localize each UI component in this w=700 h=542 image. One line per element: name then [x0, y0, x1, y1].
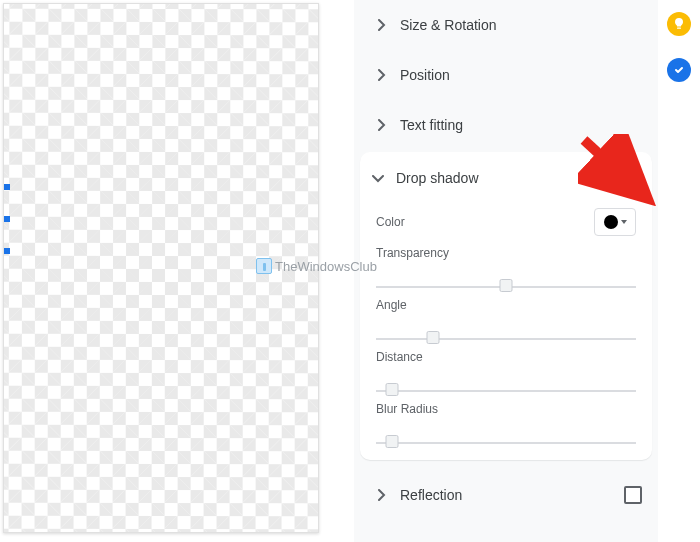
chevron-down-icon — [372, 171, 384, 186]
slider-thumb[interactable] — [500, 279, 513, 292]
slider-thumb[interactable] — [427, 331, 440, 344]
section-label: Text fitting — [400, 117, 463, 133]
color-swatch — [604, 215, 618, 229]
blur-slider[interactable] — [376, 442, 636, 444]
section-label: Drop shadow — [396, 170, 616, 186]
distance-label: Distance — [376, 350, 636, 364]
transparency-grid — [3, 3, 319, 533]
angle-label: Angle — [376, 298, 636, 312]
format-panel: Size & Rotation Position Text fitting Dr… — [354, 0, 658, 542]
selection-handle[interactable] — [4, 184, 10, 190]
section-label: Position — [400, 67, 450, 83]
svg-rect-1 — [677, 28, 681, 29]
shadow-color-picker[interactable] — [594, 208, 636, 236]
transparency-slider[interactable] — [376, 286, 636, 288]
selection-handle[interactable] — [4, 216, 10, 222]
chevron-right-icon — [370, 19, 394, 31]
chevron-right-icon — [370, 119, 394, 131]
caret-down-icon — [621, 220, 627, 224]
section-reflection[interactable]: Reflection — [360, 470, 652, 520]
section-label: Reflection — [400, 487, 624, 503]
canvas-area[interactable]: TheWindowsClub — [0, 0, 354, 542]
section-drop-shadow-header[interactable]: Drop shadow — [360, 152, 652, 204]
blur-label: Blur Radius — [376, 402, 636, 416]
selection-handle[interactable] — [4, 248, 10, 254]
slider-thumb[interactable] — [385, 383, 398, 396]
angle-slider[interactable] — [376, 338, 636, 340]
chevron-right-icon — [370, 69, 394, 81]
distance-slider[interactable] — [376, 390, 636, 392]
tasks-icon[interactable] — [667, 58, 691, 82]
section-drop-shadow: Drop shadow Color Transparency — [360, 152, 652, 460]
slider-thumb[interactable] — [385, 435, 398, 448]
section-position[interactable]: Position — [360, 50, 652, 100]
check-icon — [625, 173, 637, 183]
transparency-label: Transparency — [376, 246, 636, 260]
section-label: Size & Rotation — [400, 17, 497, 33]
reflection-checkbox[interactable] — [624, 486, 642, 504]
section-size-rotation[interactable]: Size & Rotation — [360, 0, 652, 50]
color-label: Color — [376, 215, 405, 229]
drop-shadow-checkbox[interactable] — [622, 169, 640, 187]
chevron-right-icon — [370, 489, 394, 501]
keep-icon[interactable] — [667, 12, 691, 36]
canvas-page[interactable] — [3, 3, 319, 533]
side-rail — [658, 0, 700, 542]
section-text-fitting[interactable]: Text fitting — [360, 100, 652, 150]
